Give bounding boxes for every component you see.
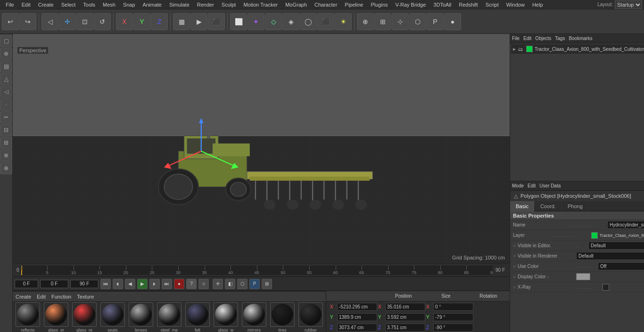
obj-menu-edit[interactable]: Edit — [523, 36, 531, 41]
auto-key-button[interactable]: ? — [186, 279, 197, 289]
obj-menu-bookmarks[interactable]: Bookmarks — [569, 36, 592, 41]
layer-anim-button[interactable]: P — [249, 279, 260, 289]
tool-loop[interactable]: ⊗ — [0, 149, 12, 162]
obj-menu-objects[interactable]: Objects — [535, 36, 551, 41]
env-button[interactable]: ◯ — [300, 13, 317, 30]
material-item-5[interactable]: steel_me — [156, 302, 182, 332]
material-item-4[interactable]: lenses — [128, 302, 154, 332]
mode-object[interactable]: ▢ — [0, 35, 12, 47]
attr-menu-edit[interactable]: Edit — [528, 183, 536, 188]
rotate-button[interactable]: ↺ — [94, 13, 111, 30]
menu-snap[interactable]: Snap — [119, 0, 139, 9]
y-pos-field[interactable] — [337, 313, 377, 321]
render-viewport-button[interactable]: ▶ — [190, 13, 207, 30]
nurbs-button[interactable]: ◇ — [265, 13, 282, 30]
x-rot-field[interactable] — [433, 303, 473, 311]
tool-knife[interactable]: ✂ — [0, 111, 12, 123]
light-button[interactable]: ☀ — [335, 13, 352, 30]
paint-button[interactable]: P — [427, 13, 444, 30]
mat-menu-function[interactable]: Function — [51, 294, 71, 300]
tab-phong[interactable]: Phong — [562, 201, 589, 211]
deformer-button[interactable]: ◈ — [282, 13, 299, 30]
tweak-button[interactable]: ⊹ — [392, 13, 409, 30]
menu-mesh[interactable]: Mesh — [99, 0, 119, 9]
menu-render[interactable]: Render — [193, 0, 218, 9]
dope-button[interactable]: ⊞ — [262, 279, 272, 289]
goto-start-button[interactable]: ⏮ — [100, 279, 111, 289]
frame-keyframe-field[interactable] — [40, 280, 68, 288]
attr-menu-userdata[interactable]: User Data — [539, 183, 561, 188]
z-pos-field[interactable] — [337, 324, 377, 332]
undo-button[interactable]: ↩ — [2, 13, 19, 30]
attr-display-color-swatch[interactable] — [576, 273, 590, 280]
menu-file[interactable]: File — [2, 0, 18, 9]
menu-animate[interactable]: Animate — [139, 0, 165, 9]
attr-use-color-dropdown[interactable]: Off — [598, 262, 644, 270]
material-item-6[interactable]: felt — [184, 302, 211, 332]
tool-extrude[interactable]: ⊞ — [0, 137, 12, 149]
attr-xray-checkbox[interactable] — [603, 284, 609, 291]
mode-scene[interactable]: ⊕ — [0, 48, 12, 60]
menu-simulate[interactable]: Simulate — [165, 0, 193, 9]
material-item-0[interactable]: reflecto — [15, 302, 41, 332]
scale-button[interactable]: ⊡ — [76, 13, 93, 30]
mat-menu-edit[interactable]: Edit — [37, 294, 46, 300]
attr-radio-displaycolor[interactable]: ○ — [513, 274, 516, 279]
record-button[interactable]: ● — [444, 13, 461, 30]
y-axis-button[interactable]: Y — [133, 13, 150, 30]
mode-polygons[interactable]: △ — [0, 73, 12, 85]
menu-select[interactable]: Select — [58, 0, 80, 9]
cube-button[interactable]: ⬜ — [230, 13, 247, 30]
attr-radio-renderer[interactable]: ○ — [513, 253, 516, 259]
menu-plugins[interactable]: Plugins — [367, 0, 391, 9]
tab-basic[interactable]: Basic — [510, 201, 535, 211]
z-rot-field[interactable] — [433, 324, 473, 332]
attr-name-field[interactable] — [607, 221, 644, 229]
layout-select[interactable]: Startup — [615, 0, 642, 9]
y-size-field[interactable] — [385, 313, 425, 321]
material-item-7[interactable]: glass_w — [213, 302, 239, 332]
menu-3dto[interactable]: 3DToAll — [429, 0, 455, 9]
menu-create[interactable]: Create — [34, 0, 58, 9]
step-forward-button[interactable]: ⏵ — [149, 279, 160, 289]
menu-sculpt[interactable]: Sculpt — [218, 0, 240, 9]
menu-window[interactable]: Window — [503, 0, 528, 9]
menu-script[interactable]: Script — [482, 0, 503, 9]
y-rot-field[interactable] — [433, 313, 473, 321]
menu-mograph[interactable]: MoGraph — [281, 0, 311, 9]
tab-coord[interactable]: Coord. — [535, 201, 562, 211]
tool-bridge[interactable]: ⊟ — [0, 124, 12, 136]
step-back-button[interactable]: ⏴ — [113, 279, 123, 289]
mode-button[interactable]: ⬡ — [409, 13, 426, 30]
render-region-button[interactable]: ▦ — [173, 13, 190, 30]
timeline-ruler[interactable]: 051015202530354045505560657075808590 — [21, 266, 493, 275]
attr-menu-mode[interactable]: Mode — [512, 183, 524, 188]
obj-menu-tags[interactable]: Tags — [555, 36, 565, 41]
record-key-button[interactable]: ● — [174, 279, 184, 289]
key-settings-button[interactable]: ⊹ — [198, 279, 209, 289]
attr-radio-xray[interactable]: ○ — [513, 284, 516, 290]
x-axis-button[interactable]: X — [116, 13, 133, 30]
x-size-field[interactable] — [385, 303, 425, 311]
attr-radio-usecolor[interactable]: ○ — [513, 264, 516, 269]
menu-redshift[interactable]: Redshift — [455, 0, 481, 9]
mode-points[interactable]: · — [0, 98, 12, 111]
render-button[interactable]: ⬛ — [208, 13, 225, 30]
camera-button[interactable]: ⬛ — [317, 13, 334, 30]
move-button[interactable]: ✛ — [59, 13, 76, 30]
snap-button[interactable]: ⊕ — [357, 13, 374, 30]
mode-floor[interactable]: ▤ — [0, 60, 12, 73]
mat-menu-create[interactable]: Create — [16, 294, 31, 300]
key-select-button[interactable]: ◧ — [225, 279, 235, 289]
menu-help[interactable]: Help — [528, 0, 547, 9]
play-forward-button[interactable]: ▶ — [137, 279, 148, 289]
material-item-2[interactable]: glass_re — [71, 302, 98, 332]
menu-tools[interactable]: Tools — [79, 0, 99, 9]
material-item-10[interactable]: rubber — [297, 302, 324, 332]
menu-motion-tracker[interactable]: Motion Tracker — [239, 0, 281, 9]
ik-button[interactable]: ⬡ — [237, 279, 248, 289]
menu-pipeline[interactable]: Pipeline — [341, 0, 367, 9]
spline-button[interactable]: ✦ — [248, 13, 264, 30]
play-back-button[interactable]: ◀ — [125, 279, 135, 289]
select-button[interactable]: ◁ — [41, 13, 58, 30]
